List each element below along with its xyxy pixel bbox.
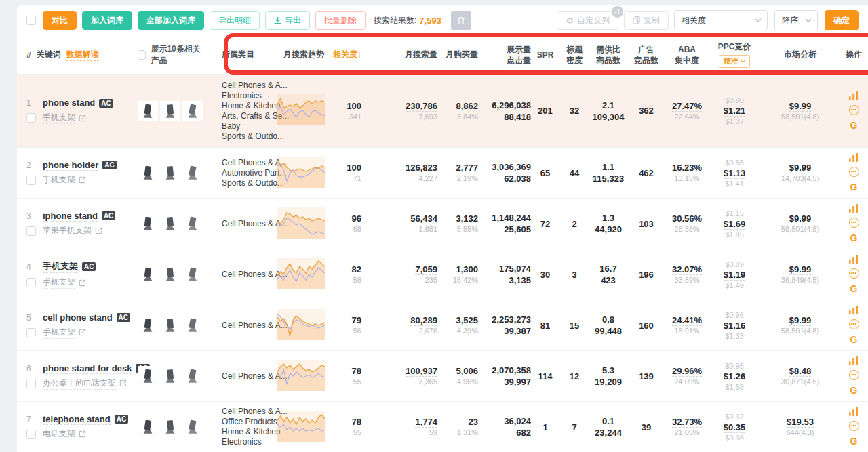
- chart-analysis-icon[interactable]: [849, 153, 859, 162]
- product-image[interactable]: [138, 101, 158, 121]
- google-trends-icon[interactable]: G: [850, 385, 858, 396]
- product-image[interactable]: [138, 213, 158, 234]
- data-interpretation-link[interactable]: 数据解读: [66, 49, 99, 61]
- more-actions-icon[interactable]: •••: [849, 268, 859, 279]
- external-link-icon[interactable]: [79, 176, 86, 184]
- keyword-text[interactable]: phone stand for desk: [43, 363, 132, 374]
- ad-competitors-header: 广告竞品数: [627, 44, 665, 66]
- product-image[interactable]: [138, 264, 158, 285]
- aba-value: 29.96%: [672, 366, 702, 377]
- chart-analysis-icon[interactable]: [849, 356, 859, 365]
- product-image[interactable]: [182, 163, 203, 183]
- add-all-to-lexicon-button[interactable]: 全部加入词库: [138, 11, 204, 30]
- more-actions-icon[interactable]: •••: [849, 421, 859, 431]
- add-to-lexicon-button[interactable]: 加入词库: [82, 11, 132, 30]
- row-index: 5: [26, 313, 43, 323]
- product-image[interactable]: [160, 366, 180, 386]
- trend-sparkline[interactable]: [277, 309, 325, 340]
- keyword-text[interactable]: iphone stand: [43, 211, 98, 222]
- trend-sparkline[interactable]: [277, 207, 325, 239]
- compare-button[interactable]: 对比: [43, 11, 77, 30]
- google-trends-icon[interactable]: G: [850, 334, 858, 345]
- trend-sparkline[interactable]: [277, 157, 325, 188]
- product-image[interactable]: [160, 213, 180, 234]
- row-checkbox[interactable]: [26, 176, 36, 185]
- product-image[interactable]: [182, 366, 203, 386]
- keyword-text[interactable]: phone holder: [43, 160, 98, 171]
- chart-analysis-icon[interactable]: [849, 255, 859, 264]
- trash-button[interactable]: [451, 11, 471, 30]
- more-actions-icon[interactable]: •••: [849, 105, 859, 115]
- product-image[interactable]: [138, 163, 158, 183]
- product-image[interactable]: [138, 417, 158, 437]
- google-trends-icon[interactable]: G: [850, 436, 858, 447]
- product-image[interactable]: [160, 101, 180, 121]
- trend-sparkline[interactable]: [277, 94, 325, 125]
- relevance-header[interactable]: 相关度↓: [330, 49, 361, 60]
- row-checkbox[interactable]: [26, 328, 36, 337]
- chart-analysis-icon[interactable]: [849, 91, 859, 100]
- supply-ratio-value: 2.1: [589, 100, 627, 111]
- chart-analysis-icon[interactable]: [849, 306, 859, 314]
- confirm-button[interactable]: 确定: [825, 10, 859, 30]
- trend-sparkline[interactable]: [277, 258, 325, 289]
- ppc-mid-value: $1.26: [724, 371, 746, 382]
- google-trends-icon[interactable]: G: [850, 283, 858, 294]
- table-row: 2 phone holder AC 手机支架 Cell Phones & A..…: [17, 148, 868, 199]
- product-image[interactable]: [138, 315, 158, 335]
- product-image[interactable]: [160, 264, 180, 285]
- row-checkbox[interactable]: [26, 226, 36, 236]
- google-trends-icon[interactable]: G: [850, 232, 858, 243]
- relevance-value: 79: [330, 314, 361, 326]
- select-all-checkbox[interactable]: [26, 16, 36, 25]
- keyword-text[interactable]: telephone stand: [43, 414, 111, 425]
- row-checkbox[interactable]: [26, 379, 36, 388]
- market-price-value: $8.48: [789, 366, 812, 377]
- row-checkbox[interactable]: [26, 430, 36, 439]
- more-actions-icon[interactable]: •••: [849, 319, 859, 329]
- show-related-checkbox[interactable]: [138, 50, 146, 60]
- batch-delete-button[interactable]: 批量删除: [315, 11, 366, 30]
- external-link-icon[interactable]: [79, 115, 86, 122]
- product-image[interactable]: [182, 417, 203, 437]
- product-image[interactable]: [138, 366, 158, 386]
- external-link-icon[interactable]: [79, 279, 86, 287]
- sort-order-select[interactable]: 降序: [774, 10, 818, 30]
- product-image[interactable]: [182, 213, 203, 234]
- ppc-high-value: $1.49: [709, 281, 760, 290]
- sort-field-select[interactable]: 相关度: [674, 10, 768, 30]
- row-checkbox[interactable]: [26, 278, 36, 287]
- keyword-text[interactable]: phone stand: [43, 98, 95, 108]
- chart-analysis-icon[interactable]: [849, 407, 859, 416]
- product-image[interactable]: [182, 264, 203, 285]
- more-actions-icon[interactable]: •••: [849, 167, 859, 177]
- trend-sparkline[interactable]: [277, 411, 325, 442]
- google-trends-icon[interactable]: G: [850, 120, 858, 131]
- keyword-text[interactable]: cell phone stand: [43, 312, 113, 323]
- external-link-icon[interactable]: [119, 379, 127, 387]
- row-checkbox[interactable]: [26, 113, 36, 123]
- trend-sparkline[interactable]: [277, 360, 325, 391]
- keyword-text[interactable]: 手机支架: [43, 260, 78, 273]
- amazon-choice-badge: AC: [102, 161, 116, 169]
- impressions-value: 2,253,273: [478, 314, 531, 325]
- customize-columns-button[interactable]: ⚙ 自定义列: [557, 11, 618, 30]
- ppc-mode-select[interactable]: 精准: [719, 55, 750, 68]
- chart-analysis-icon[interactable]: [849, 204, 859, 213]
- copy-button[interactable]: 复制: [624, 11, 669, 30]
- external-link-icon[interactable]: [95, 227, 102, 234]
- product-image[interactable]: [182, 101, 203, 121]
- more-actions-icon[interactable]: •••: [849, 370, 859, 380]
- export-button[interactable]: 导出: [265, 11, 310, 30]
- product-image[interactable]: [182, 315, 203, 335]
- google-trends-icon[interactable]: G: [850, 182, 858, 192]
- external-link-icon[interactable]: [79, 329, 86, 336]
- more-actions-icon[interactable]: •••: [849, 218, 859, 228]
- external-link-icon[interactable]: [79, 430, 86, 438]
- category-item: Electronics: [222, 437, 277, 447]
- export-detail-button[interactable]: 导出明细: [210, 11, 260, 30]
- copy-icon: [633, 16, 640, 24]
- product-image[interactable]: [160, 417, 180, 437]
- product-image[interactable]: [160, 163, 180, 183]
- product-image[interactable]: [160, 315, 180, 335]
